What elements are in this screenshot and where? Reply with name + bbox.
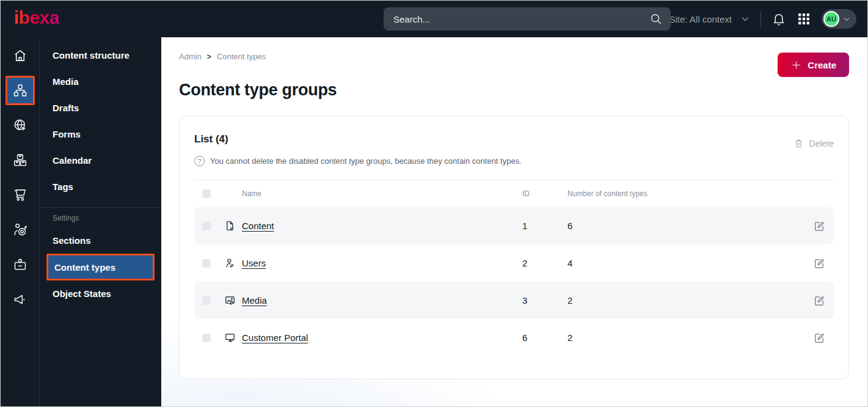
row-count: 4 (567, 258, 804, 268)
sidebar-settings-heading: Settings (40, 214, 161, 222)
edit-button[interactable] (813, 332, 825, 344)
customer-portal-monitor-icon (224, 332, 236, 343)
column-count: Number of content types (567, 189, 804, 198)
breadcrumb: Admin > Content types (179, 52, 849, 61)
user-menu[interactable]: AU (822, 9, 856, 29)
row-count: 6 (567, 221, 804, 231)
rail-item-personalization[interactable] (5, 215, 35, 244)
ibexa-admin-page: ibexa Site: All context (0, 0, 868, 407)
globe-cursor-icon (12, 117, 28, 133)
rail-item-content-structure[interactable] (5, 76, 35, 105)
breadcrumb-separator: > (207, 53, 211, 61)
chevron-down-icon (842, 15, 851, 23)
row-checkbox[interactable] (202, 296, 211, 305)
topbar-right-cluster: Site: All context AU (649, 9, 856, 29)
search-icon[interactable] (649, 12, 663, 26)
create-button-label: Create (808, 60, 836, 70)
sidebar-item-content-types[interactable]: Content types (46, 254, 155, 280)
select-all-checkbox[interactable] (202, 189, 211, 198)
breadcrumb-admin[interactable]: Admin (179, 52, 202, 61)
badge-icon (12, 257, 28, 273)
sidebar: Content structure Media Drafts Forms Cal… (40, 37, 161, 406)
row-id: 3 (522, 295, 567, 306)
question-circle-icon: ? (194, 156, 205, 166)
site-context-label: Site: All context (669, 14, 732, 24)
main-content: Admin > Content types Create Content typ… (161, 37, 867, 406)
chevron-down-icon (740, 14, 750, 24)
topbar-divider (760, 11, 761, 27)
users-icon (224, 257, 236, 269)
content-file-icon (224, 220, 236, 232)
row-link-content[interactable]: Content (242, 221, 522, 231)
rail-item-site[interactable] (5, 111, 35, 140)
column-name: Name (242, 189, 522, 198)
sidebar-item-forms[interactable]: Forms (40, 121, 161, 147)
rail-item-commerce[interactable] (5, 180, 35, 210)
column-id: ID (522, 189, 567, 198)
table-header: Name ID Number of content types (194, 180, 834, 207)
info-row: ? You cannot delete the disabled content… (194, 156, 834, 166)
delete-button[interactable]: Delete (793, 138, 834, 148)
row-count: 2 (567, 332, 804, 343)
content-type-groups-card: List (4) Delete ? You cannot delete the … (179, 116, 849, 380)
megaphone-icon (12, 292, 28, 307)
ibexa-logo[interactable]: ibexa (14, 9, 59, 29)
notifications-bell-icon[interactable] (771, 12, 786, 26)
row-link-media[interactable]: Media (242, 295, 522, 306)
rail-item-home[interactable] (5, 41, 35, 70)
row-link-users[interactable]: Users (242, 258, 522, 268)
search-input[interactable] (384, 7, 671, 31)
app-grid-icon[interactable] (797, 12, 811, 26)
sidebar-divider (40, 207, 161, 208)
trash-icon (793, 138, 804, 148)
info-text: You cannot delete the disabled content t… (210, 156, 522, 166)
row-id: 1 (522, 221, 567, 231)
icon-rail (1, 37, 40, 406)
row-id: 2 (522, 258, 567, 268)
boxes-icon (12, 152, 28, 168)
person-target-icon (12, 222, 28, 238)
body-layout: Content structure Media Drafts Forms Cal… (1, 37, 867, 406)
topbar: ibexa Site: All context (1, 1, 867, 37)
edit-button[interactable] (813, 295, 825, 307)
shopping-cart-icon (12, 187, 28, 203)
sidebar-item-media[interactable]: Media (40, 68, 161, 95)
edit-button[interactable] (813, 257, 825, 270)
row-checkbox[interactable] (202, 334, 211, 342)
avatar: AU (823, 11, 839, 27)
sidebar-item-object-states[interactable]: Object States (40, 280, 161, 307)
table-row-users: Users 2 4 (194, 244, 834, 282)
sidebar-item-sections[interactable]: Sections (40, 227, 161, 254)
row-link-customer-portal[interactable]: Customer Portal (242, 332, 522, 343)
page-title: Content type groups (179, 81, 849, 100)
table-row-media: Media 3 2 (194, 282, 834, 319)
rail-item-product-catalog[interactable] (5, 145, 35, 175)
rail-item-marketing[interactable] (5, 285, 35, 314)
row-checkbox[interactable] (202, 222, 211, 230)
delete-button-label: Delete (809, 139, 834, 148)
sidebar-item-tags[interactable]: Tags (40, 174, 161, 200)
media-image-icon (224, 295, 236, 306)
sidebar-item-calendar[interactable]: Calendar (40, 147, 161, 174)
row-checkbox[interactable] (202, 259, 211, 268)
rail-item-admin[interactable] (5, 250, 35, 279)
sitemap-icon (12, 82, 28, 98)
plus-icon (790, 59, 802, 71)
global-search (384, 7, 671, 31)
card-header: List (4) Delete (194, 130, 834, 148)
table-row-content: Content 1 6 (194, 207, 834, 244)
row-count: 2 (567, 295, 804, 306)
sidebar-item-content-structure[interactable]: Content structure (40, 42, 161, 68)
edit-button[interactable] (813, 220, 825, 232)
table-row-customer-portal: Customer Portal 6 2 (194, 319, 834, 356)
home-icon (12, 48, 28, 64)
row-id: 6 (522, 332, 567, 343)
create-button[interactable]: Create (778, 53, 849, 77)
sidebar-item-drafts[interactable]: Drafts (40, 95, 161, 121)
list-title: List (4) (194, 133, 228, 145)
breadcrumb-content-types: Content types (217, 52, 266, 61)
